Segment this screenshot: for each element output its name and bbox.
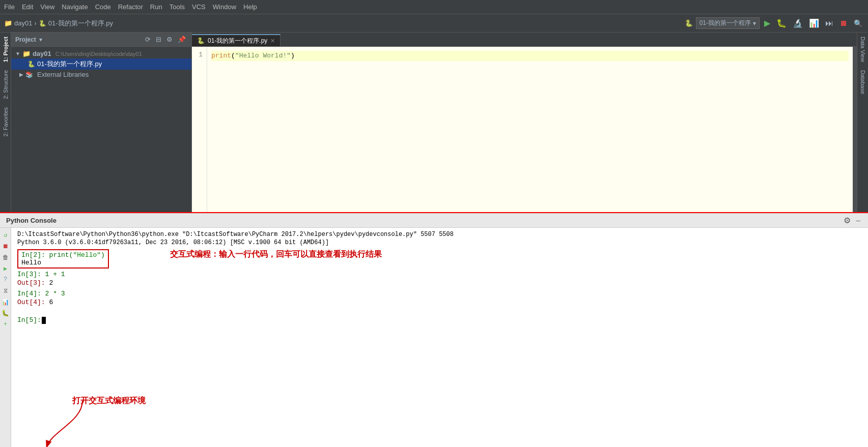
console-content[interactable]: D:\ItcastSoftware\Python\Python36\python… bbox=[11, 228, 868, 447]
database-label[interactable]: Database bbox=[859, 66, 867, 98]
menu-window[interactable]: Window bbox=[213, 3, 236, 11]
editor-scrollbar[interactable] bbox=[853, 47, 857, 212]
in5-prompt: In[5]: bbox=[17, 316, 41, 324]
sidebar-structure-label[interactable]: 2: Structure bbox=[2, 66, 10, 103]
menu-tools[interactable]: Tools bbox=[170, 3, 185, 11]
menu-edit[interactable]: Edit bbox=[22, 3, 33, 11]
pin-button[interactable]: 📌 bbox=[176, 35, 187, 44]
console-in4-line: In[4]: 2 * 3 bbox=[17, 290, 862, 297]
console-header: Python Console ⚙ ─ bbox=[0, 214, 868, 228]
sidebar-favorites-label[interactable]: 2: Favorites bbox=[2, 103, 10, 140]
folder-icon: 📁 bbox=[22, 50, 31, 57]
tree-root-path: C:\Users\ding\Desktop\code\day01 bbox=[55, 51, 142, 57]
annotation-interactive: 交互式编程：输入一行代码，回车可以直接查看到执行结果 bbox=[170, 249, 382, 260]
editor-content[interactable]: 1 print("Hello World!") bbox=[192, 47, 857, 212]
stop-button[interactable]: ⏹ bbox=[838, 18, 849, 29]
console-in2-output: Hello bbox=[21, 259, 105, 266]
console-area: Python Console ⚙ ─ ↺ ⏹ 🗑 ▶ ? ⧖ 📊 🐛 + bbox=[0, 213, 868, 447]
in3-prompt: In[3]: bbox=[17, 271, 45, 278]
step-button[interactable]: ⏭ bbox=[824, 18, 835, 29]
project-header-right: ⟳ ⊟ ⚙ 📌 bbox=[144, 35, 187, 44]
code-paren-open: ( bbox=[231, 51, 235, 61]
out4-value: 6 bbox=[49, 299, 53, 306]
menu-help[interactable]: Help bbox=[243, 3, 257, 11]
annotation-arrow-svg bbox=[42, 401, 144, 447]
cursor bbox=[42, 317, 46, 324]
console-history-icon[interactable]: ⧖ bbox=[1, 286, 11, 296]
console-clear-icon[interactable]: 🗑 bbox=[1, 252, 11, 262]
console-in2-block: In[2]: print("Hello") Hello bbox=[17, 249, 109, 269]
breadcrumb: 📁 day01 › 🐍 01-我的第一个程序.py bbox=[4, 19, 682, 28]
menu-navigate[interactable]: Navigate bbox=[62, 3, 88, 11]
console-in2-line: In[2]: print("Hello") bbox=[21, 251, 105, 259]
tree-arrow-down-icon: ▼ bbox=[15, 51, 20, 56]
console-help-icon[interactable]: ? bbox=[1, 275, 11, 285]
in4-prompt: In[4]: bbox=[17, 290, 45, 297]
library-icon: 📚 bbox=[25, 71, 33, 78]
run-config-selector[interactable]: 01-我的第一个程序 ▾ bbox=[696, 17, 760, 29]
data-view-label[interactable]: Data View bbox=[859, 33, 867, 66]
menu-file[interactable]: File bbox=[4, 3, 15, 11]
console-in3-line: In[3]: 1 + 1 bbox=[17, 271, 862, 278]
breadcrumb-root[interactable]: day01 bbox=[14, 19, 32, 27]
editor-tab-main[interactable]: 🐍 01-我的第一个程序.py ✕ bbox=[192, 34, 281, 46]
menu-code[interactable]: Code bbox=[95, 3, 111, 11]
project-panel: Project ▾ ⟳ ⊟ ⚙ 📌 ▼ 📁 day01 C:\Users\din… bbox=[11, 33, 192, 212]
console-run-icon[interactable]: ▶ bbox=[1, 263, 11, 274]
project-title: Project bbox=[15, 36, 36, 43]
settings-button[interactable]: ⚙ bbox=[165, 35, 174, 44]
tab-close-icon[interactable]: ✕ bbox=[270, 38, 275, 44]
py-file-icon: 🐍 bbox=[27, 61, 35, 68]
sidebar-project-label[interactable]: 1: Project bbox=[2, 33, 10, 66]
out3-prompt: Out[3]: bbox=[17, 279, 49, 287]
console-variables-icon[interactable]: 📊 bbox=[1, 297, 11, 307]
main-layout: 1: Project 2: Structure 2: Favorites Pro… bbox=[0, 33, 868, 447]
menu-view[interactable]: View bbox=[40, 3, 54, 11]
console-stop-icon[interactable]: ⏹ bbox=[1, 241, 11, 251]
toolbar-right: 🐍 01-我的第一个程序 ▾ ▶ 🐛 🔬 📊 ⏭ ⏹ 🔍 bbox=[685, 17, 864, 29]
run-config-label: 01-我的第一个程序 bbox=[699, 19, 751, 27]
breadcrumb-separator: › bbox=[34, 19, 36, 27]
tree-external-libraries[interactable]: ▶ 📚 External Libraries bbox=[11, 70, 191, 79]
coverage-button[interactable]: 🔬 bbox=[791, 17, 804, 29]
project-tree: ▼ 📁 day01 C:\Users\ding\Desktop\code\day… bbox=[11, 47, 191, 212]
menu-vcs[interactable]: VCS bbox=[192, 3, 206, 11]
editor-area: 1: Project 2: Structure 2: Favorites Pro… bbox=[0, 33, 868, 213]
menu-refactor[interactable]: Refactor bbox=[118, 3, 143, 11]
tree-root-name: day01 bbox=[33, 50, 51, 57]
breadcrumb-folder-icon: 📁 bbox=[4, 19, 12, 27]
tree-file-name: 01-我的第一个程序.py bbox=[37, 59, 102, 69]
debug-button[interactable]: 🐛 bbox=[775, 17, 788, 29]
console-rerun-icon[interactable]: ↺ bbox=[1, 230, 11, 240]
run-config-icon: 🐍 bbox=[685, 19, 693, 27]
tree-root[interactable]: ▼ 📁 day01 C:\Users\ding\Desktop\code\day… bbox=[11, 49, 191, 58]
menubar: File Edit View Navigate Code Refactor Ru… bbox=[0, 0, 868, 14]
console-minimize-icon[interactable]: ─ bbox=[854, 216, 862, 225]
console-add-icon[interactable]: + bbox=[1, 319, 11, 330]
line-numbers: 1 bbox=[192, 47, 207, 212]
run-button[interactable]: ▶ bbox=[763, 17, 772, 29]
console-debug-icon[interactable]: 🐛 bbox=[1, 308, 11, 318]
tree-file[interactable]: 🐍 01-我的第一个程序.py bbox=[11, 58, 191, 70]
toolbar: 📁 day01 › 🐍 01-我的第一个程序.py 🐍 01-我的第一个程序 ▾… bbox=[0, 14, 868, 33]
console-in5-line[interactable]: In[5]: bbox=[17, 316, 862, 324]
project-dropdown-icon[interactable]: ▾ bbox=[39, 36, 42, 43]
tree-external-label: External Libraries bbox=[37, 71, 89, 78]
console-header-right: ⚙ ─ bbox=[842, 215, 862, 226]
code-area[interactable]: print("Hello World!") bbox=[207, 47, 853, 212]
search-everywhere-button[interactable]: 🔍 bbox=[852, 18, 864, 28]
tab-file-icon: 🐍 bbox=[197, 37, 205, 44]
console-title: Python Console bbox=[6, 217, 57, 224]
editor-tabs: 🐍 01-我的第一个程序.py ✕ bbox=[192, 33, 857, 47]
console-out3-line: Out[3]: 2 bbox=[17, 279, 862, 287]
profile-button[interactable]: 📊 bbox=[807, 17, 821, 29]
sync-button[interactable]: ⟳ bbox=[144, 35, 152, 44]
breadcrumb-file[interactable]: 01-我的第一个程序.py bbox=[48, 19, 113, 28]
code-paren-close: ) bbox=[291, 51, 295, 61]
console-settings-icon[interactable]: ⚙ bbox=[842, 215, 852, 226]
menu-run[interactable]: Run bbox=[150, 3, 162, 11]
collapse-button[interactable]: ⊟ bbox=[154, 35, 163, 44]
in3-code: 1 + 1 bbox=[45, 271, 65, 278]
right-side-panels: Data View Database bbox=[857, 33, 868, 212]
code-editor: 🐍 01-我的第一个程序.py ✕ 1 print("Hello World!"… bbox=[192, 33, 857, 212]
